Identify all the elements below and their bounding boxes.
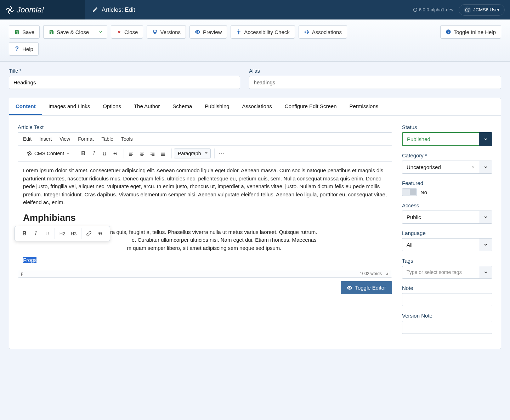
- accessibility-icon: [236, 29, 242, 35]
- save-close-group: Save & Close: [43, 25, 107, 39]
- accessibility-button[interactable]: Accessibility Check: [231, 25, 295, 39]
- category-select[interactable]: Uncategorised×: [402, 161, 492, 174]
- chevron-down-icon: [66, 152, 69, 155]
- paragraph: Nam quam nunc, blandit vel, luctus pulvi…: [23, 269, 387, 270]
- versions-button[interactable]: Versions: [147, 25, 186, 39]
- help-button[interactable]: ? Help: [9, 42, 39, 56]
- pencil-icon: [92, 7, 98, 13]
- close-button[interactable]: Close: [111, 25, 143, 39]
- editor-statusbar: p 1002 words: [18, 270, 392, 277]
- cms-content-button[interactable]: CMS Content: [24, 149, 72, 158]
- featured-value: No: [420, 189, 427, 195]
- heading-amphibians: Amphibians: [23, 211, 387, 225]
- ctx-underline-button[interactable]: U: [42, 228, 52, 239]
- clear-icon[interactable]: ×: [472, 164, 475, 170]
- tab-associations[interactable]: Associations: [236, 98, 278, 115]
- eye-icon: [347, 285, 352, 291]
- tab-content[interactable]: Content: [9, 98, 42, 115]
- topbar: Joomla! Articles: Edit 6.0.0-alpha1-dev …: [0, 0, 510, 19]
- menu-insert[interactable]: Insert: [39, 136, 52, 142]
- underline-button[interactable]: U: [100, 149, 109, 158]
- associations-button[interactable]: Associations: [299, 25, 347, 39]
- paragraph: Lorem ipsum dolor sit amet, consectetuer…: [23, 167, 387, 207]
- menu-view[interactable]: View: [60, 136, 70, 142]
- menu-format[interactable]: Format: [78, 136, 94, 142]
- strike-button[interactable]: S: [110, 149, 120, 158]
- user-name: JCMS6 User: [473, 7, 499, 12]
- brand-area[interactable]: Joomla!: [0, 0, 85, 19]
- tabs-strip: Content Images and Links Options The Aut…: [9, 98, 501, 116]
- align-right-button[interactable]: [147, 149, 157, 158]
- access-select[interactable]: Public: [402, 211, 492, 224]
- featured-toggle[interactable]: [402, 188, 417, 196]
- toggle-editor-button[interactable]: Toggle Editor: [341, 281, 392, 294]
- tab-images-links[interactable]: Images and Links: [42, 98, 97, 115]
- save-close-dropdown[interactable]: [94, 25, 107, 39]
- save-close-button[interactable]: Save & Close: [43, 25, 94, 39]
- more-button[interactable]: ···: [217, 149, 227, 158]
- align-center-button[interactable]: [137, 149, 147, 158]
- align-justify-button[interactable]: [158, 149, 168, 158]
- brand-text: Joomla!: [17, 5, 44, 15]
- svg-point-3: [154, 33, 155, 34]
- chevron-down-icon[interactable]: [479, 161, 492, 174]
- version-note-input[interactable]: [402, 321, 492, 334]
- version-text[interactable]: 6.0.0-alpha1-dev: [413, 7, 454, 12]
- tabs-card: Content Images and Links Options The Aut…: [9, 98, 501, 349]
- title-label: Title *: [9, 68, 240, 74]
- alias-label: Alias: [249, 68, 501, 74]
- editor-menubar: Edit Insert View Format Table Tools: [18, 133, 392, 146]
- ctx-h2-button[interactable]: H2: [57, 228, 68, 239]
- note-input[interactable]: [402, 293, 492, 306]
- inline-help-button[interactable]: Toggle Inline Help: [440, 25, 501, 39]
- chevron-down-icon[interactable]: [479, 266, 492, 279]
- tab-permissions[interactable]: Permissions: [343, 98, 385, 115]
- menu-edit[interactable]: Edit: [23, 136, 32, 142]
- tab-publishing[interactable]: Publishing: [198, 98, 236, 115]
- ctx-link-button[interactable]: [84, 228, 94, 239]
- chevron-down-icon[interactable]: [479, 211, 492, 224]
- resize-handle-icon[interactable]: [385, 271, 389, 276]
- page-title: Articles: Edit: [102, 6, 135, 13]
- tab-author[interactable]: The Author: [128, 98, 166, 115]
- italic-button[interactable]: I: [89, 149, 99, 158]
- ctx-bold-button[interactable]: B: [19, 228, 30, 239]
- toolbar: Save Save & Close Close Versions Preview…: [0, 19, 510, 62]
- status-select[interactable]: Published: [402, 132, 492, 146]
- preview-button[interactable]: Preview: [189, 25, 227, 39]
- svg-point-2: [156, 30, 157, 31]
- ctx-italic-button[interactable]: I: [30, 228, 41, 239]
- contract-icon: [304, 29, 310, 35]
- tab-schema[interactable]: Schema: [166, 98, 198, 115]
- menu-tools[interactable]: Tools: [121, 136, 133, 142]
- joomla-small-icon: [413, 7, 418, 12]
- access-label: Access: [402, 202, 492, 208]
- svg-point-0: [413, 8, 417, 12]
- external-link-icon: [464, 6, 471, 13]
- bold-button[interactable]: B: [78, 149, 88, 158]
- tab-configure[interactable]: Configure Edit Screen: [278, 98, 343, 115]
- editor-content[interactable]: Lorem ipsum dolor sit amet, consectetuer…: [18, 162, 392, 270]
- context-toolbar: B I U H2 H3: [15, 226, 110, 241]
- user-menu[interactable]: JCMS6 User: [459, 4, 505, 16]
- close-icon: [116, 29, 122, 35]
- align-left-button[interactable]: [126, 149, 136, 158]
- format-select[interactable]: Paragraph: [174, 149, 211, 158]
- ctx-h3-button[interactable]: H3: [68, 228, 79, 239]
- chevron-down-icon[interactable]: [479, 238, 492, 251]
- tags-select[interactable]: Type or select some tags: [402, 266, 492, 279]
- save-button[interactable]: Save: [9, 25, 40, 39]
- language-select[interactable]: All: [402, 238, 492, 251]
- title-input[interactable]: [9, 76, 240, 89]
- editor-box: Edit Insert View Format Table Tools CMS …: [18, 132, 392, 278]
- alias-input[interactable]: [249, 76, 501, 89]
- language-label: Language: [402, 230, 492, 236]
- tab-options[interactable]: Options: [96, 98, 128, 115]
- svg-point-1: [153, 30, 154, 31]
- chevron-down-icon[interactable]: [479, 132, 492, 146]
- menu-table[interactable]: Table: [102, 136, 113, 142]
- title-alias-block: Title * Alias: [0, 62, 510, 98]
- chevron-down-icon: [98, 29, 103, 35]
- path-display[interactable]: p: [21, 271, 23, 276]
- ctx-quote-button[interactable]: [95, 228, 106, 239]
